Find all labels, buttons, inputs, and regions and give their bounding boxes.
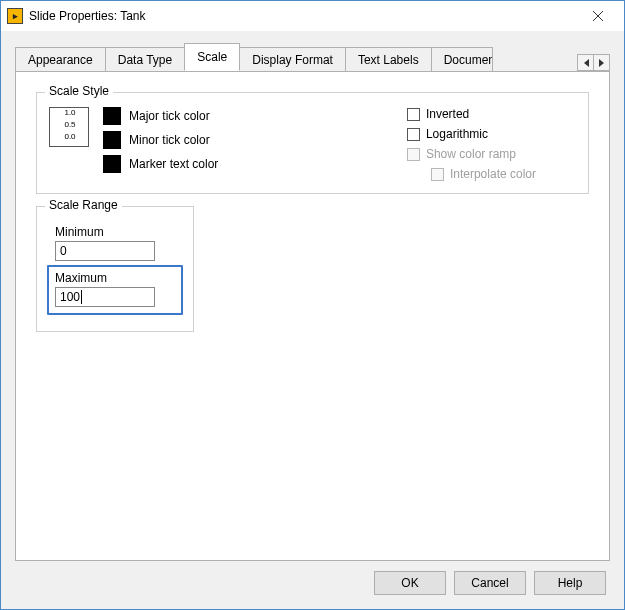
inverted-check-row[interactable]: Inverted	[407, 107, 536, 121]
tab-page-scale: Scale Style 1.0 0.5 0.0 Major tick color	[15, 71, 610, 561]
window-title: Slide Properties: Tank	[29, 9, 576, 23]
tab-data-type[interactable]: Data Type	[105, 47, 185, 72]
minor-tick-color-swatch[interactable]	[103, 131, 121, 149]
logarithmic-label: Logarithmic	[426, 127, 488, 141]
marker-text-color-label: Marker text color	[129, 157, 218, 171]
ok-button[interactable]: OK	[374, 571, 446, 595]
scale-style-preview[interactable]: 1.0 0.5 0.0	[49, 107, 89, 147]
show-color-ramp-check-row: Show color ramp	[407, 147, 536, 161]
interpolate-color-check-row: Interpolate color	[431, 167, 536, 181]
major-tick-color-row: Major tick color	[103, 107, 218, 125]
tab-scroll-right[interactable]	[593, 54, 610, 71]
preview-tick: 0.5	[64, 120, 75, 130]
preview-tick: 1.0	[64, 108, 75, 118]
chevron-right-icon	[599, 59, 605, 67]
group-scale-style-legend: Scale Style	[45, 84, 113, 98]
preview-tick: 0.0	[64, 132, 75, 142]
maximum-input[interactable]	[55, 287, 155, 307]
chevron-left-icon	[583, 59, 589, 67]
logarithmic-check-row[interactable]: Logarithmic	[407, 127, 536, 141]
minimum-label: Minimum	[55, 225, 175, 239]
minimum-input[interactable]	[55, 241, 155, 261]
logarithmic-checkbox[interactable]	[407, 128, 420, 141]
maximum-field-block: Maximum	[47, 265, 183, 315]
client-area: Appearance Data Type Scale Display Forma…	[1, 31, 624, 609]
show-color-ramp-label: Show color ramp	[426, 147, 516, 161]
tab-scroll-left[interactable]	[577, 54, 594, 71]
titlebar: ▸ Slide Properties: Tank	[1, 1, 624, 31]
inverted-label: Inverted	[426, 107, 469, 121]
labview-icon: ▸	[7, 8, 23, 24]
interpolate-color-checkbox	[431, 168, 444, 181]
minimum-field-block: Minimum	[49, 221, 181, 267]
close-icon	[593, 11, 603, 21]
tab-appearance[interactable]: Appearance	[15, 47, 106, 72]
close-button[interactable]	[576, 2, 620, 30]
marker-text-color-row: Marker text color	[103, 155, 218, 173]
major-tick-color-label: Major tick color	[129, 109, 210, 123]
tab-documentation[interactable]: Documen	[431, 47, 493, 72]
svg-marker-2	[584, 59, 589, 67]
dialog-window: ▸ Slide Properties: Tank Appearance Data…	[0, 0, 625, 610]
maximum-label: Maximum	[55, 271, 175, 285]
cancel-button[interactable]: Cancel	[454, 571, 526, 595]
help-button[interactable]: Help	[534, 571, 606, 595]
tab-text-labels[interactable]: Text Labels	[345, 47, 432, 72]
tabstrip: Appearance Data Type Scale Display Forma…	[15, 45, 610, 71]
tab-display-format[interactable]: Display Format	[239, 47, 346, 72]
marker-text-color-swatch[interactable]	[103, 155, 121, 173]
interpolate-color-label: Interpolate color	[450, 167, 536, 181]
button-bar: OK Cancel Help	[15, 561, 610, 599]
color-pickers: Major tick color Minor tick color Marker…	[103, 107, 218, 181]
group-scale-style: Scale Style 1.0 0.5 0.0 Major tick color	[36, 92, 589, 194]
show-color-ramp-checkbox	[407, 148, 420, 161]
inverted-checkbox[interactable]	[407, 108, 420, 121]
text-caret	[81, 290, 82, 304]
minor-tick-color-label: Minor tick color	[129, 133, 210, 147]
group-scale-range-legend: Scale Range	[45, 198, 122, 212]
group-scale-range: Scale Range Minimum Maximum	[36, 206, 194, 332]
tab-scroll-arrows	[578, 54, 610, 71]
svg-marker-3	[599, 59, 604, 67]
major-tick-color-swatch[interactable]	[103, 107, 121, 125]
minor-tick-color-row: Minor tick color	[103, 131, 218, 149]
tab-scale[interactable]: Scale	[184, 43, 240, 71]
scale-style-checkboxes: Inverted Logarithmic Show color ramp	[407, 107, 576, 181]
